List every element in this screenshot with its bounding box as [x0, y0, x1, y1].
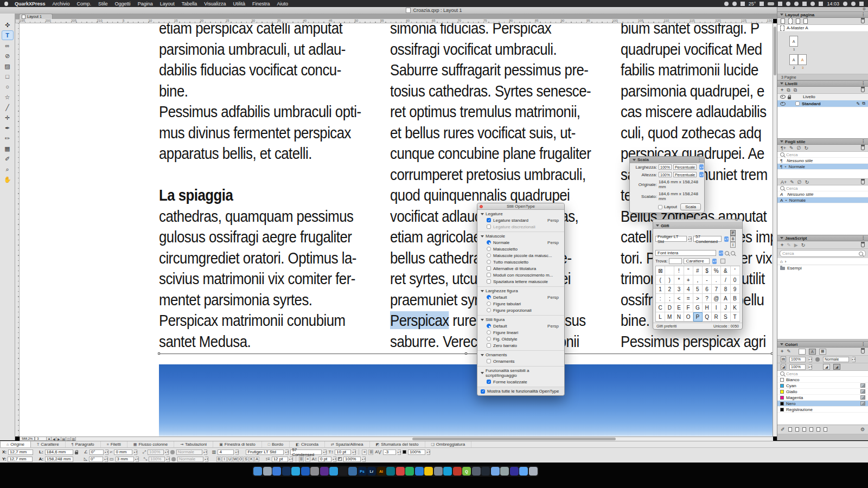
- notification-icon[interactable]: [859, 2, 864, 6]
- glyph-cell[interactable]: 5: [693, 285, 703, 294]
- menu-item[interactable]: Visualizza: [204, 1, 226, 7]
- option-control[interactable]: [487, 240, 491, 245]
- javascript-search-input[interactable]: Cerca: [780, 250, 866, 257]
- app[interactable]: [301, 467, 310, 476]
- display-icon[interactable]: [778, 2, 782, 6]
- app[interactable]: [272, 467, 281, 476]
- quarkxpress[interactable]: Q: [462, 467, 471, 476]
- paragraph-style-search[interactable]: Cerca: [777, 152, 868, 158]
- char-style-toggle[interactable]: W: [233, 457, 238, 462]
- glyph-cell[interactable]: 1: [656, 285, 665, 294]
- glifi-header[interactable]: Glifi: [653, 223, 742, 229]
- opentype-option-row[interactable]: Normale Persp: [477, 239, 564, 246]
- measurement-tab[interactable]: ◩Sfumatura del testo: [370, 441, 425, 447]
- opentype-section-header[interactable]: Larghezze figura: [477, 287, 564, 294]
- glyph-cell[interactable]: !: [674, 266, 684, 275]
- font-size-field[interactable]: 10 pt: [335, 450, 351, 455]
- stepper[interactable]: ▲▼: [285, 450, 289, 455]
- skew-field[interactable]: 0°: [89, 457, 103, 462]
- align-right-icon[interactable]: ≡: [305, 457, 310, 462]
- glyph-cell[interactable]: 2: [665, 285, 674, 294]
- stepper[interactable]: ▲▼: [134, 450, 137, 455]
- wifi-icon[interactable]: [819, 2, 823, 6]
- glyph-cell[interactable]: S: [721, 312, 730, 322]
- opentype-section-header[interactable]: Stili figura: [477, 316, 564, 323]
- glyph-cell[interactable]: ): [665, 275, 674, 285]
- glyph-cell[interactable]: >: [693, 294, 703, 303]
- merge-layer-icon[interactable]: ⧉: [794, 87, 797, 93]
- apple-icon[interactable]: [4, 2, 8, 6]
- x-position-field[interactable]: 12,7 mm: [8, 450, 33, 455]
- new-paragraph-style-icon[interactable]: ¶+: [781, 145, 786, 151]
- camera-icon[interactable]: [732, 2, 737, 6]
- menu-item[interactable]: QuarkXPress: [15, 1, 46, 7]
- stepper[interactable]: ▲▼: [235, 450, 239, 455]
- option-control[interactable]: [487, 260, 491, 264]
- character-style-row[interactable]: A+Normale: [777, 197, 868, 203]
- master-page-row[interactable]: A-Master A: [777, 25, 868, 31]
- visibility-icon[interactable]: [780, 95, 786, 99]
- app[interactable]: [339, 467, 348, 476]
- volume-icon[interactable]: [810, 2, 815, 6]
- angle-field[interactable]: 0°: [90, 450, 104, 455]
- glifi-font-select[interactable]: Frutiger LT Std: [655, 236, 687, 242]
- text-column-1[interactable]: etiam perspicax catelli amputatparsimoni…: [159, 23, 376, 352]
- stepper[interactable]: ▲▼: [167, 457, 170, 462]
- scale-width-unit-select[interactable]: Percentuale: [673, 164, 697, 170]
- glyph-cell[interactable]: ;: [665, 294, 674, 303]
- edit-style-icon[interactable]: ✎: [790, 179, 794, 185]
- prev-page-button[interactable]: ◀: [52, 436, 56, 441]
- rectangle-box-tool[interactable]: □: [2, 72, 14, 81]
- delete-style-icon[interactable]: [861, 180, 865, 184]
- glyph-cell[interactable]: =: [684, 294, 693, 303]
- app[interactable]: [320, 467, 329, 476]
- color-row[interactable]: Bianco: [777, 377, 868, 383]
- stepper[interactable]: ▲▼: [688, 236, 692, 242]
- layout-checkbox-row[interactable]: Layout: [658, 204, 677, 209]
- selection-handle[interactable]: [158, 352, 160, 355]
- app[interactable]: [481, 467, 490, 476]
- mini-page-icon[interactable]: [802, 427, 806, 432]
- add-color-icon[interactable]: +: [781, 349, 783, 354]
- menu-item[interactable]: Aiuto: [277, 1, 289, 7]
- app[interactable]: [443, 467, 452, 476]
- color-row[interactable]: Cyan: [777, 383, 868, 389]
- item-tool[interactable]: ✜: [2, 20, 14, 30]
- shade-select[interactable]: 100%: [408, 450, 425, 455]
- page-thumb-1[interactable]: A: [789, 36, 798, 47]
- keyboard-icon[interactable]: [760, 2, 764, 6]
- glyph-cell[interactable]: D: [665, 303, 674, 312]
- shade-swatch[interactable]: [338, 457, 342, 461]
- stepper[interactable]: ▲▼: [353, 450, 356, 455]
- menu-item[interactable]: Stile: [98, 1, 108, 7]
- beach-photo-bottom[interactable]: [159, 364, 773, 436]
- master-page-icon[interactable]: [788, 18, 793, 24]
- glyph-cell[interactable]: Q: [703, 312, 712, 322]
- text-unlinking-tool[interactable]: ⊘: [2, 51, 14, 61]
- glyph-cell[interactable]: 3: [674, 285, 684, 294]
- opentype-option-row[interactable]: Figure lineari: [477, 329, 564, 336]
- opentype-section-header[interactable]: Funzionalità sensibili a script/linguagg…: [477, 367, 564, 378]
- glyph-cell[interactable]: M: [665, 312, 674, 322]
- option-control[interactable]: [487, 337, 491, 341]
- layer-frame-icon[interactable]: ⧉: [862, 101, 865, 106]
- opentype-option-row[interactable]: Spaziatura lettere maiuscole: [477, 278, 564, 285]
- measurement-tab[interactable]: ≡Filetti: [101, 441, 127, 447]
- option-control[interactable]: [487, 301, 491, 306]
- app[interactable]: [310, 467, 319, 476]
- measurement-tab[interactable]: ▣Finestra di testo: [213, 441, 262, 447]
- glyph-cell[interactable]: ,: [693, 275, 703, 285]
- eyedropper-tool[interactable]: ✐: [2, 154, 14, 164]
- zoom-tool[interactable]: ⌕: [2, 164, 14, 174]
- scale-height-field[interactable]: 100%: [659, 172, 672, 177]
- style-toggle-button[interactable]: B: [730, 236, 736, 242]
- opentype-option-row[interactable]: Figure proporzionali: [477, 307, 564, 313]
- blend-select-2[interactable]: Normale: [177, 457, 203, 462]
- add-script-icon[interactable]: +: [781, 242, 783, 248]
- char-style-toggle[interactable]: K: [249, 457, 254, 462]
- mini-page-icon[interactable]: [809, 427, 813, 432]
- glifi-option-icon[interactable]: [720, 259, 725, 264]
- scala-palette[interactable]: Scala⋮ Larghezza: 100% Percentuale▲▼ Alt…: [629, 156, 705, 213]
- menu-item[interactable]: Finestra: [252, 1, 270, 7]
- panel-header-javascript[interactable]: JavaScript⋮: [777, 235, 868, 241]
